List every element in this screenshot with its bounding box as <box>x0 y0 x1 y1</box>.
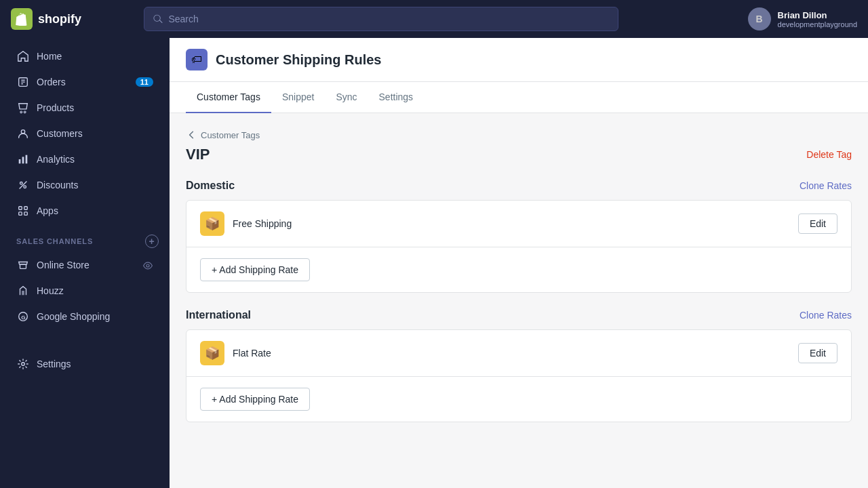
svg-text:G: G <box>21 314 25 321</box>
svg-point-18 <box>146 264 149 267</box>
svg-rect-9 <box>26 155 28 164</box>
sidebar-item-discounts-label: Discounts <box>37 180 78 190</box>
svg-point-4 <box>20 111 22 113</box>
international-rate-icon: 📦 <box>200 341 224 365</box>
domestic-rate-name: Free Shipping <box>233 218 790 229</box>
top-nav: shopify B Brian Dillon developmentplaygr… <box>0 0 868 38</box>
home-icon <box>16 49 30 63</box>
sidebar-item-products-label: Products <box>37 102 74 113</box>
svg-point-5 <box>24 111 26 113</box>
international-add-rate-row: + Add Shipping Rate <box>186 377 851 422</box>
search-input[interactable] <box>168 14 610 24</box>
sidebar-item-customers-label: Customers <box>37 128 83 139</box>
sidebar-item-apps-label: Apps <box>37 205 58 216</box>
international-edit-button[interactable]: Edit <box>798 343 837 363</box>
user-area: B Brian Dillon developmentplayground <box>748 7 857 30</box>
svg-rect-16 <box>24 212 28 216</box>
main-layout: Home Orders 11 Products Customers <box>0 38 868 488</box>
domestic-rate-row: 📦 Free Shipping Edit <box>186 201 851 247</box>
svg-rect-19 <box>22 291 24 295</box>
domestic-section-header: Domestic Clone Rates <box>186 180 852 192</box>
sidebar-item-orders-label: Orders <box>37 77 66 87</box>
domestic-clone-rates-button[interactable]: Clone Rates <box>800 180 852 191</box>
sidebar-item-settings[interactable]: Settings <box>5 351 164 377</box>
breadcrumb-link[interactable]: Customer Tags <box>201 130 260 140</box>
svg-point-6 <box>21 130 24 134</box>
logo-area: shopify <box>11 8 133 30</box>
sidebar-item-home[interactable]: Home <box>5 43 164 69</box>
sidebar-item-customers[interactable]: Customers <box>5 121 164 146</box>
international-clone-rates-button[interactable]: Clone Rates <box>800 310 852 321</box>
discounts-icon <box>16 178 30 192</box>
sidebar-item-discounts[interactable]: Discounts <box>5 172 164 198</box>
domestic-add-rate-button[interactable]: + Add Shipping Rate <box>200 258 310 281</box>
sidebar: Home Orders 11 Products Customers <box>0 38 170 488</box>
sidebar-item-online-store[interactable]: Online Store <box>5 252 164 278</box>
sidebar-item-houzz-label: Houzz <box>37 285 64 296</box>
svg-rect-8 <box>22 157 24 163</box>
svg-point-10 <box>20 182 23 185</box>
sidebar-item-houzz[interactable]: Houzz <box>5 278 164 304</box>
svg-point-11 <box>24 186 26 188</box>
svg-rect-15 <box>19 212 22 216</box>
international-section-title: International <box>186 309 251 321</box>
user-sub: developmentplayground <box>778 20 857 28</box>
content-area: 🏷 Customer Shipping Rules Customer Tags … <box>170 38 868 488</box>
customers-icon <box>16 127 30 140</box>
eye-icon[interactable] <box>142 259 153 270</box>
apps-icon <box>16 204 30 218</box>
page-header-icon: 🏷 <box>186 49 208 70</box>
products-icon <box>16 101 30 115</box>
user-name: Brian Dillon <box>778 10 857 20</box>
logo-text: shopify <box>38 12 81 26</box>
sidebar-item-online-store-label: Online Store <box>37 260 90 270</box>
domestic-section-title: Domestic <box>186 180 235 192</box>
avatar: B <box>748 7 771 30</box>
sales-channels-section: SALES CHANNELS + <box>0 224 170 252</box>
tag-title-row: VIP Delete Tag <box>186 146 852 163</box>
sidebar-item-orders[interactable]: Orders 11 <box>5 69 164 95</box>
sales-channels-label: SALES CHANNELS <box>16 237 93 245</box>
svg-rect-7 <box>19 159 21 163</box>
houzz-icon <box>16 284 30 298</box>
domestic-edit-button[interactable]: Edit <box>798 214 837 234</box>
sidebar-item-analytics-label: Analytics <box>37 154 75 165</box>
settings-icon <box>16 357 30 371</box>
tab-settings[interactable]: Settings <box>368 82 425 113</box>
svg-rect-13 <box>19 207 22 210</box>
shopify-logo-icon <box>11 8 33 30</box>
breadcrumb-back-icon <box>186 129 197 140</box>
orders-badge: 11 <box>136 77 153 87</box>
delete-tag-button[interactable]: Delete Tag <box>806 149 852 160</box>
tab-snippet[interactable]: Snippet <box>271 82 325 113</box>
sidebar-item-apps[interactable]: Apps <box>5 198 164 224</box>
search-bar[interactable] <box>144 7 618 31</box>
sidebar-item-products[interactable]: Products <box>5 95 164 121</box>
international-rate-row: 📦 Flat Rate Edit <box>186 330 851 377</box>
sidebar-item-home-label: Home <box>37 51 62 62</box>
search-icon <box>153 14 163 24</box>
inner-content: Customer Tags VIP Delete Tag Domestic Cl… <box>170 113 868 455</box>
sidebar-item-analytics[interactable]: Analytics <box>5 146 164 172</box>
page-title: Customer Shipping Rules <box>216 52 381 68</box>
international-rate-name: Flat Rate <box>233 348 790 359</box>
svg-rect-14 <box>24 207 28 210</box>
analytics-icon <box>16 152 30 166</box>
domestic-add-rate-row: + Add Shipping Rate <box>186 247 851 292</box>
tab-customer-tags[interactable]: Customer Tags <box>186 82 271 113</box>
tag-title: VIP <box>186 146 210 163</box>
google-icon: G <box>16 310 30 323</box>
store-icon <box>16 258 30 272</box>
tab-sync[interactable]: Sync <box>325 82 368 113</box>
sidebar-item-google-shopping[interactable]: G Google Shopping <box>5 304 164 329</box>
add-sales-channel-icon[interactable]: + <box>145 235 159 248</box>
tabs-bar: Customer Tags Snippet Sync Settings <box>170 82 868 113</box>
svg-point-22 <box>22 363 25 366</box>
breadcrumb: Customer Tags <box>186 129 852 140</box>
svg-rect-17 <box>20 264 26 268</box>
international-section-header: International Clone Rates <box>186 309 852 321</box>
page-header: 🏷 Customer Shipping Rules <box>170 38 868 82</box>
international-shipping-card: 📦 Flat Rate Edit + Add Shipping Rate <box>186 329 852 422</box>
international-add-rate-button[interactable]: + Add Shipping Rate <box>200 388 310 411</box>
sidebar-item-settings-label: Settings <box>37 359 71 369</box>
